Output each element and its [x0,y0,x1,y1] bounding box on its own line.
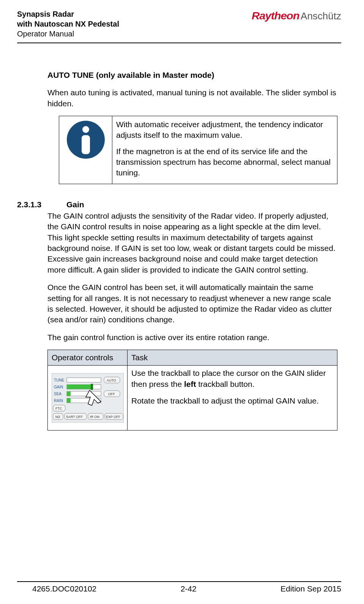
section-title: Gain [66,199,84,210]
panel-btn-m2: M2 [55,415,60,419]
info-text-cell: With automatic receiver adjustment, the … [112,116,337,184]
panel-label-gain: GAIN [54,385,63,389]
operator-controls-table: Operator controls Task TUNE AUTO GAIN [47,350,337,431]
table-header-controls: Operator controls [48,350,128,365]
panel-label-rain: RAIN [54,399,63,403]
table-row: TUNE AUTO GAIN SEA OFF RAIN [48,366,337,431]
svg-rect-5 [91,384,93,390]
info-icon-cell [59,116,112,184]
gain-panel-screenshot: TUNE AUTO GAIN SEA OFF RAIN [52,373,124,423]
title-line-1: Synapsis Radar [17,9,119,19]
task-p1: Use the trackball to place the cursor on… [131,368,333,390]
page-header: Synapsis Radar with Nautoscan NX Pedesta… [17,9,341,43]
brand-block: Raytheon Anschütz [253,9,341,22]
svg-rect-1 [67,378,101,382]
gain-p1: The GAIN control adjusts the sensitivity… [47,211,337,275]
doc-title-block: Synapsis Radar with Nautoscan NX Pedesta… [17,9,119,39]
task-cell: Use the trackball to place the cursor on… [128,366,337,431]
auto-tune-heading: AUTO TUNE (only available in Master mode… [47,70,337,80]
section-number: 2.3.1.3 [17,199,66,210]
svg-rect-6 [67,391,101,396]
info-note-box: With automatic receiver adjustment, the … [59,116,337,184]
gain-p3: The gain control function is active over… [47,332,337,343]
panel-btn-exp: EXP OFF [106,415,121,419]
svg-rect-7 [67,391,71,396]
panel-btn-auto: AUTO [107,378,116,382]
task-p2: Rotate the trackball to adjust the optim… [131,396,333,406]
info-note-p1: With automatic receiver adjustment, the … [116,119,332,141]
svg-rect-10 [67,398,71,403]
raytheon-logo: Raytheon [253,10,298,22]
main-content: AUTO TUNE (only available in Master mode… [17,43,341,431]
footer-edition: Edition Sep 2015 [280,584,341,593]
title-line-3: Operator Manual [17,29,119,39]
controls-panel-cell: TUNE AUTO GAIN SEA OFF RAIN [48,366,128,431]
page-footer: 4265.DOC020102 2-42 Edition Sep 2015 [17,581,341,593]
table-header-task: Task [128,350,337,365]
footer-rule [17,581,341,582]
panel-btn-off: OFF [108,392,115,396]
footer-doc-number: 4265.DOC020102 [32,584,96,593]
footer-page-number: 2-42 [181,584,197,593]
title-line-2: with Nautoscan NX Pedestal [17,19,119,29]
panel-btn-ir: IR ON [90,415,99,419]
mandatory-action-icon [67,121,105,159]
anschutz-logo: Anschütz [301,10,341,22]
auto-tune-paragraph: When auto tuning is activated, manual tu… [47,87,337,109]
panel-btn-sart: SART OFF [66,415,83,419]
info-note-p2: If the magnetron is at the end of its se… [116,146,332,178]
panel-label-tune: TUNE [54,378,65,382]
section-heading-row: 2.3.1.3 Gain [17,199,337,210]
panel-btn-ftc: FTC [55,407,62,410]
svg-rect-4 [67,385,91,389]
panel-label-sea: SEA [54,392,61,396]
gain-p2: Once the GAIN control has been set, it w… [47,282,337,325]
